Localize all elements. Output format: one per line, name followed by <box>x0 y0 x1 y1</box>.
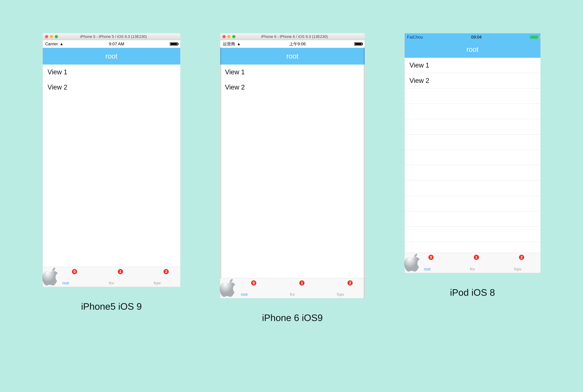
tab-bar: 0 root 1 fcv 2 fcpv <box>43 267 180 287</box>
battery-icon <box>170 42 178 46</box>
wifi-icon: ▲ <box>60 42 64 46</box>
tab-label: fcv <box>109 281 114 286</box>
table-row-empty <box>405 165 540 180</box>
tab-badge: 0 <box>428 254 434 260</box>
tab-label: fcpv <box>514 267 521 272</box>
tab-root[interactable]: 0 root <box>220 278 268 298</box>
table-row[interactable]: View 1 <box>405 58 540 73</box>
table-row[interactable]: View 2 <box>43 80 180 95</box>
tab-badge: 1 <box>474 254 479 260</box>
table-row-empty <box>405 104 540 119</box>
traffic-lights[interactable] <box>222 35 236 38</box>
traffic-lights[interactable] <box>45 35 58 38</box>
table-view[interactable]: View 1 View 2 <box>405 58 540 253</box>
tab-root[interactable]: 0 root <box>405 253 450 273</box>
table-row-empty <box>405 119 540 134</box>
tab-fcv[interactable]: 1 fcv <box>88 267 134 287</box>
table-row-empty <box>405 88 540 104</box>
mac-window-title: iPhone 5 - iPhone 5 / iOS 9.3 (13E230) <box>62 34 166 39</box>
mac-window-titlebar: iPhone 5 - iPhone 5 / iOS 9.3 (13E230) <box>42 33 180 40</box>
status-bar: 运营商 ▲ 上午9:06 <box>220 40 365 48</box>
carrier-label: FaiChou <box>407 35 423 40</box>
device-column-ipod: FaiChou 09:04 ⚡ root View 1 View 2 <box>404 33 540 298</box>
battery-icon <box>354 42 362 46</box>
phone-screen: Carrier ▲ 9:07 AM root View 1 View 2 <box>42 40 180 287</box>
status-time: 09:04 <box>471 35 482 40</box>
table-row-empty <box>405 226 540 242</box>
tab-label: fcv <box>290 292 295 297</box>
nav-title: root <box>106 52 118 60</box>
minimize-icon[interactable] <box>227 35 230 38</box>
apple-icon <box>404 253 423 272</box>
tab-fcpv[interactable]: 2 fcpv <box>316 278 365 298</box>
wifi-icon: ▲ <box>237 42 241 46</box>
nav-title: root <box>466 46 478 54</box>
tab-badge: 2 <box>347 280 353 286</box>
table-row[interactable]: View 2 <box>405 73 540 88</box>
nav-bar: root <box>43 48 180 64</box>
simulator-window-iphone6: iPhone 6 - iPhone 6 / iOS 9.3 (13E230) 运… <box>220 33 365 298</box>
table-row-empty <box>405 196 540 211</box>
device-column-iphone5: iPhone 5 - iPhone 5 / iOS 9.3 (13E230) C… <box>42 33 180 312</box>
tab-bar: 0 root 1 fcv 2 fcpv <box>405 253 540 273</box>
device-caption: iPhone5 iOS 9 <box>81 301 142 312</box>
simulator-window-iphone5: iPhone 5 - iPhone 5 / iOS 9.3 (13E230) C… <box>42 33 180 287</box>
tab-badge: 2 <box>163 269 169 274</box>
zoom-icon[interactable] <box>55 35 58 38</box>
status-time: 9:07 AM <box>109 42 124 46</box>
tab-badge: 1 <box>118 269 123 274</box>
table-row[interactable]: View 2 <box>220 80 365 95</box>
tab-badge: 0 <box>251 280 257 286</box>
carrier-label: 运营商 <box>223 41 235 47</box>
status-bar: FaiChou 09:04 ⚡ <box>405 33 540 41</box>
apple-icon <box>219 278 238 298</box>
mac-window-title: iPhone 6 - iPhone 6 / iOS 9.3 (13E230) <box>239 34 350 39</box>
nav-title: root <box>286 52 298 60</box>
minimize-icon[interactable] <box>50 35 53 38</box>
tab-fcv[interactable]: 1 fcv <box>268 278 316 298</box>
tab-root[interactable]: 0 root <box>43 267 89 287</box>
table-view[interactable]: View 1 View 2 <box>43 64 180 267</box>
table-row-empty <box>405 150 540 165</box>
battery-icon: ⚡ <box>530 36 538 39</box>
tab-label: root <box>241 292 248 297</box>
apple-icon <box>42 267 61 286</box>
tab-badge: 0 <box>72 269 78 274</box>
table-row[interactable]: View 1 <box>220 64 365 80</box>
close-icon[interactable] <box>222 35 226 38</box>
nav-bar: root <box>405 41 540 58</box>
tab-label: fcpv <box>154 281 161 286</box>
phone-screen: FaiChou 09:04 ⚡ root View 1 View 2 <box>404 33 540 273</box>
nav-bar: root <box>220 48 365 64</box>
device-caption: iPod iOS 8 <box>450 287 495 298</box>
table-view[interactable]: View 1 View 2 <box>220 64 365 278</box>
mac-window-titlebar: iPhone 6 - iPhone 6 / iOS 9.3 (13E230) <box>220 33 365 40</box>
tab-label: root <box>424 267 430 272</box>
tab-fcpv[interactable]: 2 fcpv <box>495 253 540 273</box>
close-icon[interactable] <box>45 35 48 38</box>
status-bar: Carrier ▲ 9:07 AM <box>43 40 180 48</box>
table-row-empty <box>405 134 540 150</box>
tab-label: fcpv <box>337 292 344 297</box>
tab-fcv[interactable]: 1 fcv <box>450 253 495 273</box>
tab-badge: 1 <box>299 280 305 286</box>
phone-screen: 运营商 ▲ 上午9:06 root View 1 View 2 <box>220 40 365 298</box>
tab-badge: 2 <box>518 254 524 260</box>
table-row-empty <box>405 180 540 196</box>
zoom-icon[interactable] <box>232 35 236 38</box>
tab-bar: 0 root 1 fcv 2 fcpv <box>220 278 365 298</box>
table-row[interactable]: View 1 <box>43 64 180 80</box>
table-row-empty <box>405 211 540 226</box>
device-column-iphone6: iPhone 6 - iPhone 6 / iOS 9.3 (13E230) 运… <box>220 33 365 323</box>
tab-label: fcv <box>470 267 475 272</box>
carrier-label: Carrier <box>45 42 58 46</box>
tab-label: root <box>62 281 69 286</box>
tab-fcpv[interactable]: 2 fcpv <box>134 267 180 287</box>
status-time: 上午9:06 <box>289 41 306 47</box>
device-caption: iPhone 6 iOS9 <box>262 312 323 323</box>
